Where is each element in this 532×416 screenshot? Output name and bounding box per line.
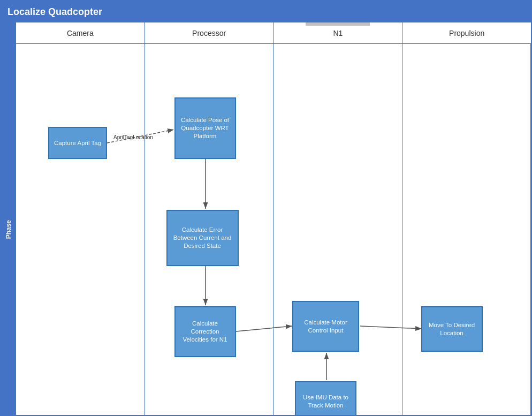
- box-calc-error: Calculate Error Between Current and Desi…: [166, 210, 239, 266]
- box-use-imu: Use IMU Data to Track Motion: [295, 381, 356, 416]
- lane-n1: Calculate Motor Control Input Use IMU Da…: [273, 44, 402, 415]
- lane-header-propulsion: Propulsion: [402, 22, 531, 43]
- lane-headers: Camera Processor N1 Propulsion: [1, 22, 531, 44]
- diagram-container: Localize Quadcopter Camera Processor N1 …: [0, 0, 532, 416]
- phase-label-col-header: [1, 22, 16, 43]
- box-calc-motor: Calculate Motor Control Input: [292, 301, 359, 352]
- phase-label: Phase: [5, 220, 12, 239]
- lane-header-processor: Processor: [145, 22, 274, 43]
- box-capture: Capture April Tag: [48, 127, 107, 159]
- n1-top-bar: [306, 22, 370, 26]
- lane-propulsion: Move To Desired Location: [402, 44, 531, 415]
- title-bar: Localize Quadcopter: [1, 1, 531, 22]
- lanes-body: Phase Capture April Tag Calculate Pose o…: [1, 44, 531, 415]
- phase-col: Phase: [1, 44, 16, 415]
- box-move-to: Move To Desired Location: [421, 306, 483, 352]
- box-calc-pose: Calculate Pose of Quadcopter WRT Platfor…: [174, 97, 236, 159]
- lane-header-n1: N1: [274, 22, 403, 43]
- box-calc-correction: Calculate Correction Velocities for N1: [174, 306, 236, 357]
- lane-header-camera: Camera: [16, 22, 145, 43]
- lane-camera: Capture April Tag: [16, 44, 145, 415]
- lane-processor: Calculate Pose of Quadcopter WRT Platfor…: [145, 44, 274, 415]
- diagram-title: Localize Quadcopter: [7, 6, 102, 18]
- swim-lane-container: Camera Processor N1 Propulsion Phase: [1, 22, 531, 415]
